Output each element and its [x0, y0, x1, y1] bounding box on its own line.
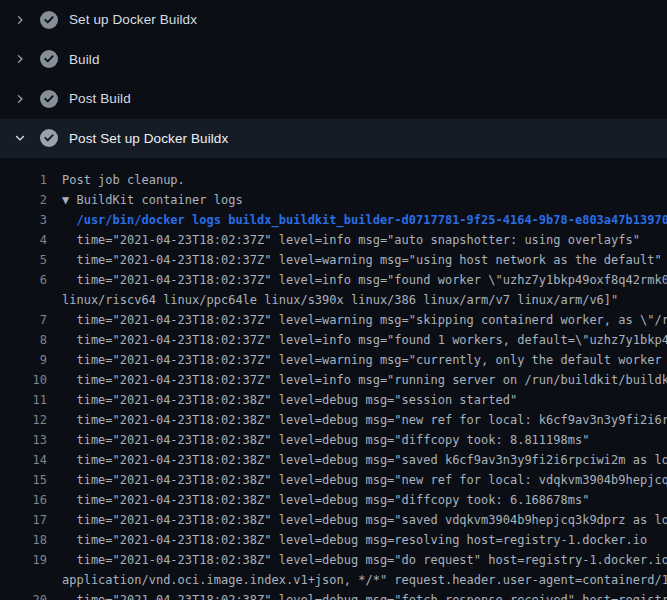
step-row-build[interactable]: Build: [0, 40, 667, 80]
log-line: 3 /usr/bin/docker logs buildx_buildkit_b…: [0, 210, 667, 230]
log-text: time="2021-04-23T18:02:38Z" level=debug …: [62, 450, 667, 470]
log-text: time="2021-04-23T18:02:38Z" level=debug …: [62, 530, 647, 550]
actions-log-viewer: Set up Docker Buildx Build Post Build: [0, 0, 667, 600]
log-line: 14 time="2021-04-23T18:02:38Z" level=deb…: [0, 450, 667, 470]
log-text: time="2021-04-23T18:02:37Z" level=warnin…: [62, 310, 667, 330]
step-label: Post Build: [69, 91, 131, 106]
log-line: 5 time="2021-04-23T18:02:37Z" level=warn…: [0, 250, 667, 270]
log-text: application/vnd.oci.image.index.v1+json,…: [62, 570, 667, 590]
line-number[interactable]: 8: [0, 330, 47, 350]
log-line: 8 time="2021-04-23T18:02:37Z" level=info…: [0, 330, 667, 350]
log-text: linux/riscv64 linux/ppc64le linux/s390x …: [62, 290, 618, 310]
check-circle-icon: [40, 50, 58, 68]
check-circle-icon: [40, 90, 58, 108]
line-number[interactable]: 15: [0, 470, 47, 490]
line-number[interactable]: 3: [0, 210, 47, 230]
log-text: time="2021-04-23T18:02:37Z" level=warnin…: [62, 350, 667, 370]
log-line: 6 time="2021-04-23T18:02:37Z" level=info…: [0, 270, 667, 290]
line-number[interactable]: 18: [0, 530, 47, 550]
log-group-toggle[interactable]: ▼ BuildKit container logs: [62, 190, 243, 210]
log-line: 4 time="2021-04-23T18:02:37Z" level=info…: [0, 230, 667, 250]
log-text: time="2021-04-23T18:02:38Z" level=debug …: [62, 510, 667, 530]
line-number[interactable]: 6: [0, 270, 47, 290]
check-circle-icon: [40, 129, 58, 147]
line-number[interactable]: 20: [0, 590, 47, 600]
step-row-post-build[interactable]: Post Build: [0, 79, 667, 119]
log-line: 9 time="2021-04-23T18:02:37Z" level=warn…: [0, 350, 667, 370]
log-panel: 1Post job cleanup.2▼ BuildKit container …: [0, 158, 667, 600]
log-line: 11 time="2021-04-23T18:02:38Z" level=deb…: [0, 390, 667, 410]
log-text: time="2021-04-23T18:02:38Z" level=debug …: [62, 550, 667, 570]
log-line: 20 time="2021-04-23T18:02:38Z" level=deb…: [0, 590, 667, 600]
log-line: 2▼ BuildKit container logs: [0, 190, 667, 210]
line-number[interactable]: 4: [0, 230, 47, 250]
log-line: 16 time="2021-04-23T18:02:38Z" level=deb…: [0, 490, 667, 510]
line-number[interactable]: 14: [0, 450, 47, 470]
line-number[interactable]: 16: [0, 490, 47, 510]
line-number[interactable]: 10: [0, 370, 47, 390]
log-text: time="2021-04-23T18:02:38Z" level=debug …: [62, 470, 667, 490]
log-line: linux/riscv64 linux/ppc64le linux/s390x …: [0, 290, 667, 310]
step-label: Set up Docker Buildx: [69, 12, 197, 27]
line-number[interactable]: 5: [0, 250, 47, 270]
log-text: time="2021-04-23T18:02:38Z" level=debug …: [62, 590, 667, 600]
chevron-right-icon: [13, 13, 27, 27]
step-row-post-set-up-docker-buildx[interactable]: Post Set up Docker Buildx: [0, 119, 667, 159]
log-command-text: /usr/bin/docker logs buildx_buildkit_bui…: [62, 210, 667, 230]
line-number[interactable]: 13: [0, 430, 47, 450]
step-label: Post Set up Docker Buildx: [69, 131, 228, 146]
chevron-right-icon: [13, 52, 27, 66]
chevron-down-icon: [13, 131, 27, 145]
log-line: application/vnd.oci.image.index.v1+json,…: [0, 570, 667, 590]
log-line: 12 time="2021-04-23T18:02:38Z" level=deb…: [0, 410, 667, 430]
line-number[interactable]: 2: [0, 190, 47, 210]
log-text: time="2021-04-23T18:02:38Z" level=debug …: [62, 490, 589, 510]
log-text: time="2021-04-23T18:02:38Z" level=debug …: [62, 390, 517, 410]
log-text: time="2021-04-23T18:02:38Z" level=debug …: [62, 410, 667, 430]
log-text: time="2021-04-23T18:02:37Z" level=info m…: [62, 270, 667, 290]
log-line: 18 time="2021-04-23T18:02:38Z" level=deb…: [0, 530, 667, 550]
log-line: 13 time="2021-04-23T18:02:38Z" level=deb…: [0, 430, 667, 450]
log-line: 7 time="2021-04-23T18:02:37Z" level=warn…: [0, 310, 667, 330]
line-number[interactable]: 19: [0, 550, 47, 570]
log-text: time="2021-04-23T18:02:37Z" level=info m…: [62, 330, 667, 350]
log-line: 15 time="2021-04-23T18:02:38Z" level=deb…: [0, 470, 667, 490]
chevron-right-icon: [13, 92, 27, 106]
step-row-set-up-docker-buildx[interactable]: Set up Docker Buildx: [0, 0, 667, 40]
log-text: time="2021-04-23T18:02:37Z" level=warnin…: [62, 250, 662, 270]
log-line: 1Post job cleanup.: [0, 170, 667, 190]
log-line: 19 time="2021-04-23T18:02:38Z" level=deb…: [0, 550, 667, 570]
line-number[interactable]: 17: [0, 510, 47, 530]
line-number[interactable]: 9: [0, 350, 47, 370]
line-number[interactable]: 1: [0, 170, 47, 190]
log-lines: 1Post job cleanup.2▼ BuildKit container …: [0, 170, 667, 600]
line-number[interactable]: 7: [0, 310, 47, 330]
line-number: [0, 570, 47, 590]
log-line: 17 time="2021-04-23T18:02:38Z" level=deb…: [0, 510, 667, 530]
check-circle-icon: [40, 11, 58, 29]
log-text: time="2021-04-23T18:02:37Z" level=info m…: [62, 370, 667, 390]
step-label: Build: [69, 52, 100, 67]
log-text: Post job cleanup.: [62, 170, 185, 190]
line-number[interactable]: 12: [0, 410, 47, 430]
log-line: 10 time="2021-04-23T18:02:37Z" level=inf…: [0, 370, 667, 390]
line-number: [0, 290, 47, 310]
log-text: time="2021-04-23T18:02:37Z" level=info m…: [62, 230, 640, 250]
log-text: time="2021-04-23T18:02:38Z" level=debug …: [62, 430, 589, 450]
line-number[interactable]: 11: [0, 390, 47, 410]
steps-panel: Set up Docker Buildx Build Post Build: [0, 0, 667, 158]
